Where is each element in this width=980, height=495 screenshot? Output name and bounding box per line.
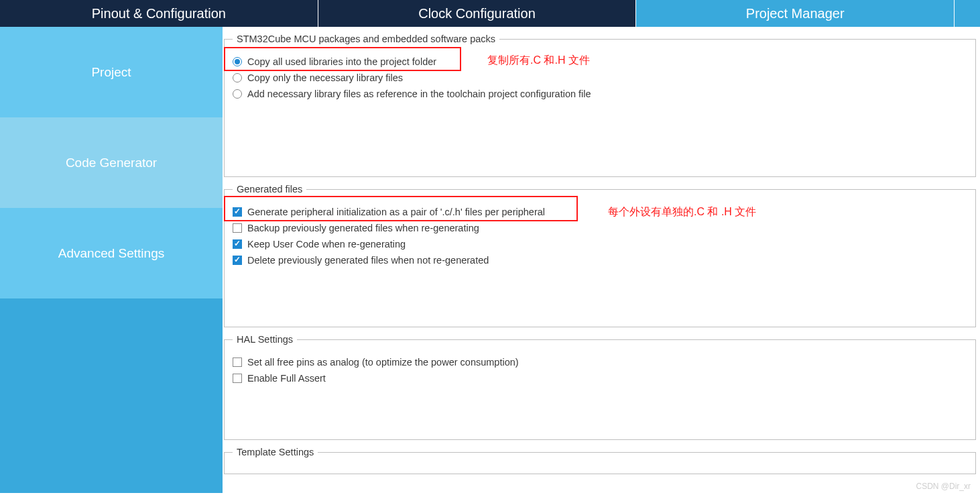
sidebar-item-label: Advanced Settings	[58, 246, 164, 261]
radio-copy-all[interactable]	[233, 57, 242, 66]
checkbox-label: Set all free pins as analog (to optimize…	[247, 357, 519, 368]
checkbox-analog-pins[interactable]	[233, 358, 242, 367]
checkbox-row-delete-old[interactable]: Delete previously generated files when n…	[233, 255, 967, 266]
tab-clock-configuration[interactable]: Clock Configuration	[318, 0, 637, 27]
sidebar-filler	[0, 298, 223, 493]
radio-label: Add necessary library files as reference…	[247, 89, 591, 99]
checkbox-row-backup[interactable]: Backup previously generated files when r…	[233, 223, 967, 233]
checkbox-keep-user-code[interactable]	[233, 239, 242, 249]
sidebar: Project Code Generator Advanced Settings	[0, 27, 223, 493]
radio-label: Copy all used libraries into the project…	[247, 56, 436, 67]
checkbox-label: Backup previously generated files when r…	[247, 223, 479, 233]
watermark: CSDN @Dir_xr	[916, 482, 971, 491]
tab-label: Project Manager	[746, 6, 845, 21]
checkbox-pair-files[interactable]	[233, 207, 242, 217]
checkbox-row-keep-user-code[interactable]: Keep User Code when re-generating	[233, 239, 967, 250]
group-hal-settings: HAL Settings Set all free pins as analog…	[224, 334, 976, 440]
annotation-text: 每个外设有单独的.C 和 .H 文件	[608, 205, 756, 219]
radio-label: Copy only the necessary library files	[247, 72, 403, 83]
checkbox-full-assert[interactable]	[233, 374, 242, 383]
sidebar-item-label: Code Generator	[66, 156, 157, 170]
checkbox-label: Enable Full Assert	[247, 373, 326, 384]
sidebar-item-label: Project	[91, 65, 131, 80]
checkbox-row-analog-pins[interactable]: Set all free pins as analog (to optimize…	[233, 357, 967, 368]
checkbox-label: Keep User Code when re-generating	[247, 239, 406, 250]
group-template-settings: Template Settings	[224, 447, 976, 474]
group-generated-files: Generated files Generate peripheral init…	[224, 184, 976, 327]
tab-pinout-configuration[interactable]: Pinout & Configuration	[0, 0, 318, 27]
tabbar-trail	[955, 0, 980, 27]
radio-row-copy-all[interactable]: Copy all used libraries into the project…	[233, 56, 967, 67]
annotation-text: 复制所有.C 和.H 文件	[487, 54, 590, 68]
checkbox-backup[interactable]	[233, 223, 242, 233]
radio-reference[interactable]	[233, 89, 242, 99]
group-legend: STM32Cube MCU packages and embedded soft…	[233, 34, 499, 44]
radio-row-reference[interactable]: Add necessary library files as reference…	[233, 89, 967, 99]
sidebar-item-advanced-settings[interactable]: Advanced Settings	[0, 208, 223, 298]
checkbox-row-pair-files[interactable]: Generate peripheral initialization as a …	[233, 207, 967, 217]
checkbox-row-full-assert[interactable]: Enable Full Assert	[233, 373, 967, 384]
sidebar-item-code-generator[interactable]: Code Generator	[0, 117, 223, 208]
radio-row-copy-necessary[interactable]: Copy only the necessary library files	[233, 72, 967, 83]
radio-copy-necessary[interactable]	[233, 73, 242, 82]
top-tabbar: Pinout & Configuration Clock Configurati…	[0, 0, 980, 27]
tab-label: Pinout & Configuration	[92, 6, 226, 21]
sidebar-item-project[interactable]: Project	[0, 27, 223, 117]
tab-label: Clock Configuration	[418, 6, 536, 21]
checkbox-label: Generate peripheral initialization as a …	[247, 207, 545, 217]
group-mcu-packages: STM32Cube MCU packages and embedded soft…	[224, 34, 976, 177]
checkbox-delete-old[interactable]	[233, 256, 242, 265]
content-pane: STM32Cube MCU packages and embedded soft…	[223, 27, 980, 493]
group-legend: Template Settings	[233, 447, 318, 457]
tab-project-manager[interactable]: Project Manager	[636, 0, 955, 27]
group-legend: Generated files	[233, 184, 306, 195]
group-legend: HAL Settings	[233, 334, 297, 345]
checkbox-label: Delete previously generated files when n…	[247, 255, 489, 266]
